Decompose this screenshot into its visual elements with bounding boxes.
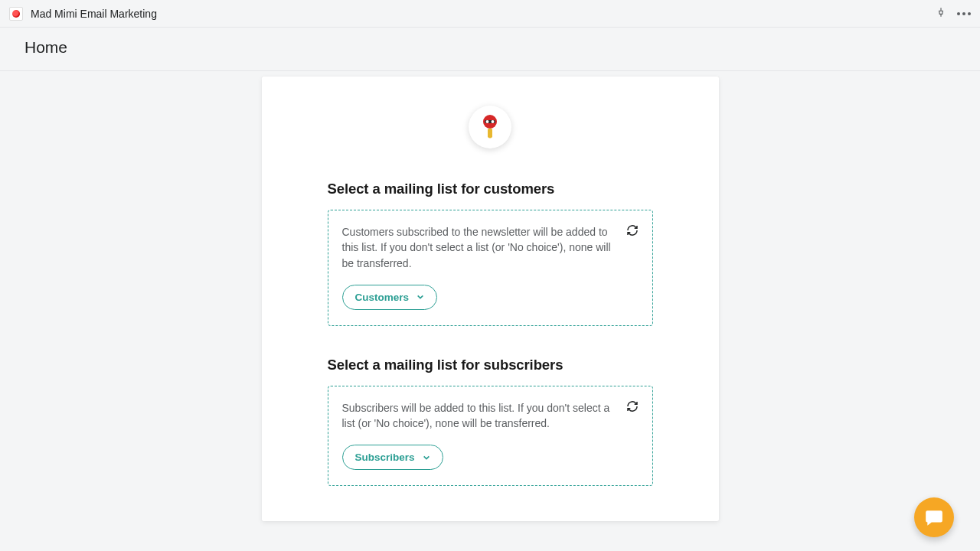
chevron-down-icon bbox=[416, 293, 424, 301]
chat-fab[interactable] bbox=[914, 497, 954, 537]
titlebar-left: Mad Mimi Email Marketing bbox=[9, 7, 157, 21]
refresh-icon[interactable] bbox=[626, 400, 639, 412]
subscribers-description: Subscribers will be added to this list. … bbox=[342, 400, 639, 432]
refresh-icon[interactable] bbox=[626, 224, 639, 236]
customers-description: Customers subscribed to the newsletter w… bbox=[342, 224, 639, 271]
subscribers-box: Subscribers will be added to this list. … bbox=[328, 386, 653, 487]
subscribers-dropdown-label: Subscribers bbox=[355, 452, 415, 463]
page-title: Home bbox=[24, 38, 956, 57]
svg-point-3 bbox=[492, 120, 495, 123]
titlebar: Mad Mimi Email Marketing bbox=[0, 0, 980, 28]
content: Select a mailing list for customers Cust… bbox=[0, 71, 980, 551]
app-icon bbox=[9, 7, 23, 21]
chevron-down-icon bbox=[423, 454, 430, 461]
chat-icon bbox=[924, 507, 944, 527]
customers-dropdown-label: Customers bbox=[355, 292, 410, 303]
pin-icon[interactable] bbox=[936, 7, 946, 21]
app-title: Mad Mimi Email Marketing bbox=[31, 8, 157, 20]
page-header: Home bbox=[0, 28, 980, 71]
customers-box: Customers subscribed to the newsletter w… bbox=[328, 210, 653, 326]
svg-point-2 bbox=[486, 120, 489, 123]
more-icon[interactable] bbox=[957, 12, 971, 15]
setup-card: Select a mailing list for customers Cust… bbox=[262, 77, 719, 521]
customers-dropdown[interactable]: Customers bbox=[342, 285, 438, 310]
subscribers-section-title: Select a mailing list for subscribers bbox=[328, 357, 653, 373]
subscribers-dropdown[interactable]: Subscribers bbox=[342, 445, 443, 470]
titlebar-actions bbox=[936, 7, 971, 21]
app-avatar bbox=[469, 106, 511, 148]
customers-section-title: Select a mailing list for customers bbox=[328, 181, 653, 197]
